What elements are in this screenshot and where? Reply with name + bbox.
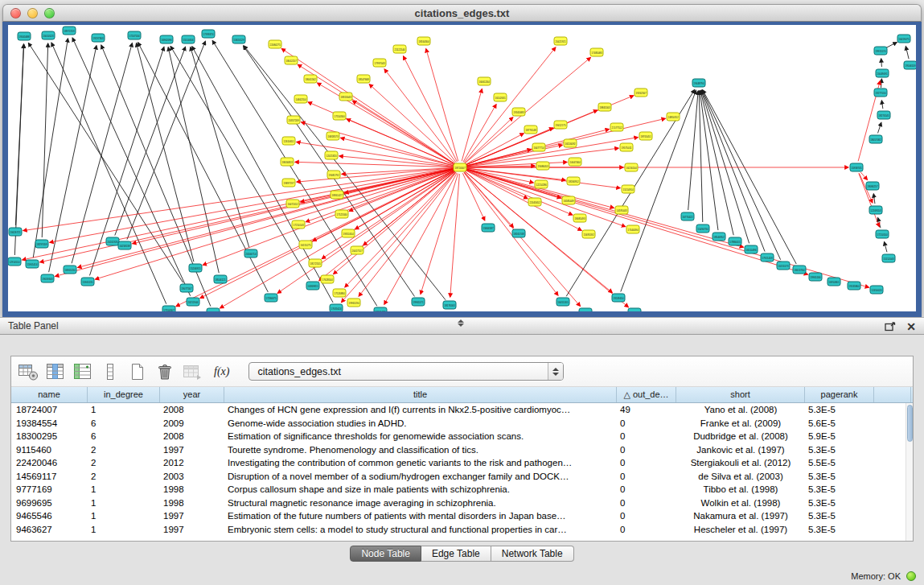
table-row[interactable]: 977716911998Corpus callosum shape and si… bbox=[11, 483, 913, 496]
graph-node[interactable]: 17635624 bbox=[330, 304, 343, 311]
column-header-out_degree[interactable]: △ out_de… bbox=[617, 387, 676, 402]
graph-node[interactable]: 15206915 bbox=[189, 264, 202, 272]
graph-edge[interactable] bbox=[244, 46, 446, 300]
add-rows-icon[interactable] bbox=[72, 362, 93, 381]
graph-edge[interactable] bbox=[464, 172, 580, 306]
graph-node[interactable]: 19915574 bbox=[874, 47, 887, 55]
graph-node[interactable]: 19696891 bbox=[579, 308, 592, 311]
graph-edge[interactable] bbox=[51, 43, 166, 304]
table-select-dropdown[interactable]: citations_edges.txt bbox=[248, 362, 564, 381]
close-window-button[interactable] bbox=[10, 8, 21, 19]
graph-node[interactable]: 18313043 bbox=[339, 93, 352, 101]
graph-node[interactable]: 16585449 bbox=[562, 196, 575, 204]
graph-node[interactable]: 16258138 bbox=[118, 241, 131, 249]
graph-node[interactable]: 19565688 bbox=[18, 32, 31, 40]
graph-node[interactable]: 17210550 bbox=[876, 230, 889, 238]
graph-node[interactable]: 18361427 bbox=[331, 191, 343, 199]
float-panel-icon[interactable] bbox=[885, 322, 896, 332]
graph-node[interactable]: 18579518 bbox=[207, 308, 220, 311]
graph-node[interactable]: 16818573 bbox=[326, 132, 339, 140]
graph-node[interactable]: 18705451 bbox=[639, 132, 652, 140]
graph-node[interactable]: 15695592 bbox=[582, 230, 595, 238]
graph-node[interactable]: 19059343 bbox=[41, 274, 54, 282]
graph-node[interactable]: 18544121 bbox=[214, 275, 227, 283]
table-row[interactable]: 2242004622012Investigating the contribut… bbox=[11, 456, 913, 470]
graph-node[interactable]: 20357209 bbox=[287, 116, 300, 124]
tab-network-table[interactable]: Network Table bbox=[491, 546, 574, 562]
column-header-title[interactable]: title bbox=[224, 387, 617, 402]
graph-node[interactable]: 19086053 bbox=[536, 162, 549, 170]
graph-node[interactable]: 18845563 bbox=[598, 103, 611, 111]
graph-node[interactable]: 15514656 bbox=[182, 35, 195, 43]
graph-edge[interactable] bbox=[462, 173, 484, 220]
column-header-in_degree[interactable]: in_degree bbox=[88, 387, 160, 402]
graph-node[interactable]: 18297059 bbox=[35, 240, 48, 248]
graph-edge[interactable] bbox=[302, 122, 454, 166]
graph-edge[interactable] bbox=[701, 91, 749, 244]
graph-node[interactable]: 24850312 bbox=[667, 113, 680, 121]
graph-node[interactable]: 19077567 bbox=[180, 284, 193, 292]
graph-node[interactable]: 12610651 bbox=[282, 137, 295, 145]
graph-edge[interactable] bbox=[421, 174, 458, 295]
graph-node[interactable]: 16905130 bbox=[64, 266, 76, 274]
graph-node[interactable]: 18724007 bbox=[454, 163, 466, 171]
graph-node[interactable]: 19277016 bbox=[874, 89, 887, 97]
graph-node[interactable]: 16961425 bbox=[374, 307, 387, 311]
graph-node[interactable]: 21122544 bbox=[393, 45, 406, 53]
graph-node[interactable]: 16116092 bbox=[564, 139, 577, 147]
table-row[interactable]: 1872400712008Changes of HCN gene express… bbox=[11, 403, 913, 417]
graph-node[interactable]: 22084275 bbox=[269, 40, 281, 48]
graph-node[interactable]: 15905135 bbox=[81, 278, 94, 286]
graph-node[interactable]: 18544952 bbox=[713, 233, 725, 241]
graph-node[interactable]: 16774422 bbox=[681, 212, 694, 220]
graph-edge[interactable] bbox=[702, 90, 765, 251]
graph-node[interactable]: 20201926 bbox=[106, 237, 119, 245]
minimize-window-button[interactable] bbox=[27, 8, 38, 19]
graph-edge[interactable] bbox=[462, 89, 482, 162]
table-row[interactable]: 1938455462009Genome-wide association stu… bbox=[11, 417, 913, 431]
graph-edge[interactable] bbox=[881, 79, 882, 88]
graph-edge[interactable] bbox=[191, 47, 249, 248]
graph-node[interactable]: 19262567 bbox=[634, 89, 647, 97]
graph-node[interactable]: 12450024 bbox=[870, 286, 883, 294]
graph-node[interactable]: 17554300 bbox=[333, 112, 346, 120]
graph-node[interactable]: 19081792 bbox=[327, 171, 340, 179]
graph-node[interactable]: 18084257 bbox=[866, 182, 879, 190]
graph-node[interactable]: 21577512 bbox=[610, 123, 623, 131]
graph-node[interactable]: 19245860 bbox=[848, 282, 860, 290]
graph-node[interactable]: 19575011 bbox=[620, 143, 633, 151]
graph-edge[interactable] bbox=[450, 174, 460, 297]
graph-node[interactable]: 20049091 bbox=[876, 69, 889, 77]
graph-node[interactable]: 20010523 bbox=[42, 31, 55, 39]
table-row[interactable]: 946554611997Estimation of the future num… bbox=[11, 509, 913, 523]
graph-edge[interactable] bbox=[42, 43, 47, 237]
network-canvas[interactable]: 1872400718313043175543001681857312021820… bbox=[8, 25, 916, 311]
graph-edge[interactable] bbox=[881, 59, 882, 67]
graph-node[interactable]: 18164304 bbox=[417, 37, 430, 45]
graph-edge[interactable] bbox=[23, 168, 454, 230]
graph-node[interactable]: 19249450 bbox=[612, 294, 625, 302]
graph-node[interactable]: 19197363 bbox=[92, 34, 105, 42]
graph-node[interactable]: 12214286 bbox=[535, 180, 548, 188]
graph-node[interactable]: 16055165 bbox=[556, 298, 569, 306]
graph-node[interactable]: 17044094 bbox=[626, 225, 639, 233]
graph-node[interactable]: 20626721 bbox=[9, 228, 22, 236]
column-header-pagerank[interactable]: pagerank bbox=[805, 387, 874, 402]
graph-node[interactable]: 17485083 bbox=[590, 48, 603, 56]
graph-edge[interactable] bbox=[885, 242, 887, 253]
graph-node[interactable]: 14662554 bbox=[294, 95, 307, 103]
graph-node[interactable]: 16155573 bbox=[777, 262, 790, 270]
delete-column-icon[interactable] bbox=[154, 362, 175, 381]
split-pane-grip[interactable] bbox=[456, 319, 466, 328]
tab-edge-table[interactable]: Edge Table bbox=[421, 546, 491, 562]
graph-edge[interactable] bbox=[466, 169, 808, 274]
graph-node[interactable]: 12021820 bbox=[325, 151, 338, 159]
graph-node[interactable]: 19897197 bbox=[282, 179, 295, 187]
graph-edge[interactable] bbox=[28, 43, 183, 282]
graph-node[interactable]: 18413764 bbox=[793, 266, 806, 274]
graph-node[interactable]: 18176563 bbox=[443, 301, 456, 309]
graph-node[interactable]: 19412175 bbox=[554, 121, 567, 129]
scrollbar-thumb[interactable] bbox=[907, 405, 913, 442]
graph-edge[interactable] bbox=[886, 43, 897, 48]
table-panel-titlebar[interactable]: Table Panel ✕ bbox=[0, 317, 924, 335]
